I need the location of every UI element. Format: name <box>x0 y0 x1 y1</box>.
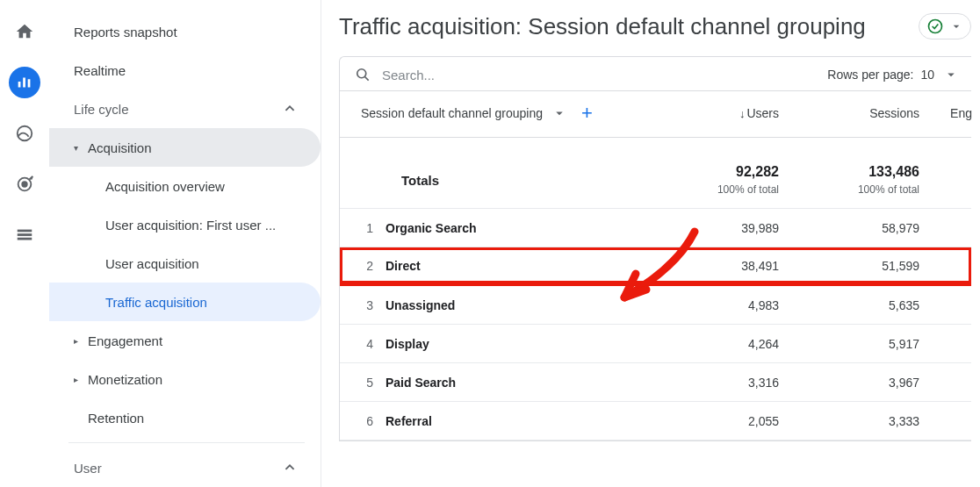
row-users: 38,491 <box>656 259 796 273</box>
row-sessions: 5,635 <box>796 298 937 312</box>
row-users: 4,264 <box>656 337 796 351</box>
nav-label: Life cycle <box>74 102 129 117</box>
nav-engagement[interactable]: ▸ Engagement <box>49 321 321 360</box>
table-row[interactable]: 1Organic Search39,98958,979 <box>340 209 971 247</box>
col-sessions[interactable]: Sessions <box>796 106 937 120</box>
row-sessions: 58,979 <box>796 221 937 235</box>
rail-configure-icon[interactable] <box>9 219 40 251</box>
row-sessions: 5,917 <box>796 337 937 351</box>
dropdown-icon <box>949 19 963 33</box>
row-sessions: 3,967 <box>796 376 937 390</box>
col-sessions-label: Sessions <box>869 106 919 120</box>
row-index: 4 <box>340 337 386 351</box>
dimension-header[interactable]: Session default channel grouping + <box>340 102 656 125</box>
table-row[interactable]: 5Paid Search3,3163,967 <box>340 363 971 402</box>
table-row[interactable]: 6Referral2,0553,333 <box>340 402 971 440</box>
row-sessions: 51,599 <box>796 259 937 273</box>
nav-label: Reports snapshot <box>74 25 177 39</box>
row-index: 6 <box>340 414 386 428</box>
totals-sessions: 133,486 100% of total <box>796 164 937 196</box>
nav-realtime[interactable]: Realtime <box>49 51 321 90</box>
row-sessions: 3,333 <box>796 414 937 428</box>
row-users: 4,983 <box>656 298 796 312</box>
header-row: Traffic acquisition: Session default cha… <box>321 12 980 40</box>
chevron-up-icon <box>280 99 299 118</box>
nav-user-acquisition-first[interactable]: User acquisition: First user ... <box>49 205 321 244</box>
chevron-up-icon <box>280 458 299 477</box>
svg-point-2 <box>22 182 27 187</box>
side-nav: Reports snapshot Realtime Life cycle ▾ A… <box>49 0 321 487</box>
table-card: Search... Rows per page: 10 Session defa… <box>339 56 971 441</box>
table-row[interactable]: 2Direct38,49151,599 <box>340 247 971 286</box>
totals-sessions-sub: 100% of total <box>796 183 919 196</box>
dropdown-icon <box>551 105 567 121</box>
add-dimension-icon[interactable]: + <box>581 102 593 125</box>
row-users: 39,989 <box>656 221 796 235</box>
svg-rect-5 <box>18 238 32 240</box>
col-engaged-label: Eng <box>950 106 972 120</box>
search-placeholder: Search... <box>382 68 435 82</box>
table-toolbar: Search... Rows per page: 10 <box>340 57 971 91</box>
main: Traffic acquisition: Session default cha… <box>321 0 980 487</box>
col-engaged[interactable]: Eng <box>937 106 980 120</box>
row-index: 5 <box>340 376 386 390</box>
nav-reports-snapshot[interactable]: Reports snapshot <box>49 12 321 51</box>
nav-section-life-cycle[interactable]: Life cycle <box>49 90 321 128</box>
nav-label: Acquisition <box>88 140 152 155</box>
nav-section-user[interactable]: User <box>49 448 321 487</box>
sort-arrow-icon: ↓ <box>739 107 746 120</box>
nav-label: Acquisition overview <box>105 179 225 194</box>
rail-reports-icon[interactable] <box>9 67 40 98</box>
search-input[interactable]: Search... <box>354 66 435 83</box>
nav-label: User <box>74 461 102 476</box>
totals-sessions-value: 133,486 <box>796 164 919 180</box>
nav-acquisition[interactable]: ▾ Acquisition <box>49 128 321 167</box>
nav-label: Retention <box>88 411 144 426</box>
row-dimension: Referral <box>386 414 656 428</box>
svg-point-6 <box>929 20 942 33</box>
row-index: 2 <box>340 259 386 273</box>
nav-monetization[interactable]: ▸ Monetization <box>49 360 321 398</box>
row-users: 2,055 <box>656 414 796 428</box>
column-headers: Session default channel grouping + ↓User… <box>340 91 971 138</box>
rail-explore-icon[interactable] <box>9 118 40 149</box>
caret-right-icon: ▸ <box>74 375 78 384</box>
row-users: 3,316 <box>656 376 796 390</box>
totals-row: Totals 92,282 100% of total 133,486 100%… <box>340 138 971 209</box>
icon-rail <box>0 0 49 487</box>
rail-ads-icon[interactable] <box>9 168 40 200</box>
nav-label: Monetization <box>88 372 162 387</box>
nav-acquisition-overview[interactable]: Acquisition overview <box>49 167 321 205</box>
dropdown-icon <box>943 67 959 82</box>
dimension-header-label: Session default channel grouping <box>361 106 543 120</box>
row-dimension: Direct <box>386 259 656 273</box>
svg-point-7 <box>357 69 366 78</box>
page-title: Traffic acquisition: Session default cha… <box>339 12 866 40</box>
nav-retention[interactable]: Retention <box>49 398 321 437</box>
col-users-label: Users <box>746 106 779 120</box>
row-dimension: Organic Search <box>386 221 656 235</box>
table-body: 1Organic Search39,98958,9792Direct38,491… <box>340 209 971 440</box>
rpp-label: Rows per page: <box>827 68 913 82</box>
rows-per-page[interactable]: Rows per page: 10 <box>827 67 959 82</box>
row-dimension: Unassigned <box>386 298 656 312</box>
nav-traffic-acquisition[interactable]: Traffic acquisition <box>49 283 321 321</box>
rail-home-icon[interactable] <box>9 16 40 47</box>
caret-right-icon: ▸ <box>74 336 78 346</box>
svg-rect-4 <box>18 233 32 236</box>
totals-label: Totals <box>340 173 656 188</box>
col-users[interactable]: ↓Users <box>656 106 796 120</box>
totals-users: 92,282 100% of total <box>656 164 796 196</box>
row-dimension: Display <box>386 337 656 351</box>
nav-user-acquisition[interactable]: User acquisition <box>49 244 321 283</box>
row-index: 1 <box>340 221 386 235</box>
divider <box>68 442 305 443</box>
row-dimension: Paid Search <box>386 376 656 390</box>
nav-label: User acquisition: First user ... <box>105 218 276 233</box>
caret-down-icon: ▾ <box>74 143 78 153</box>
nav-label: Engagement <box>88 333 162 348</box>
table-row[interactable]: 3Unassigned4,9835,635 <box>340 286 971 325</box>
table-row[interactable]: 4Display4,2645,917 <box>340 325 971 363</box>
row-index: 3 <box>340 298 386 312</box>
status-pill[interactable] <box>919 13 971 39</box>
